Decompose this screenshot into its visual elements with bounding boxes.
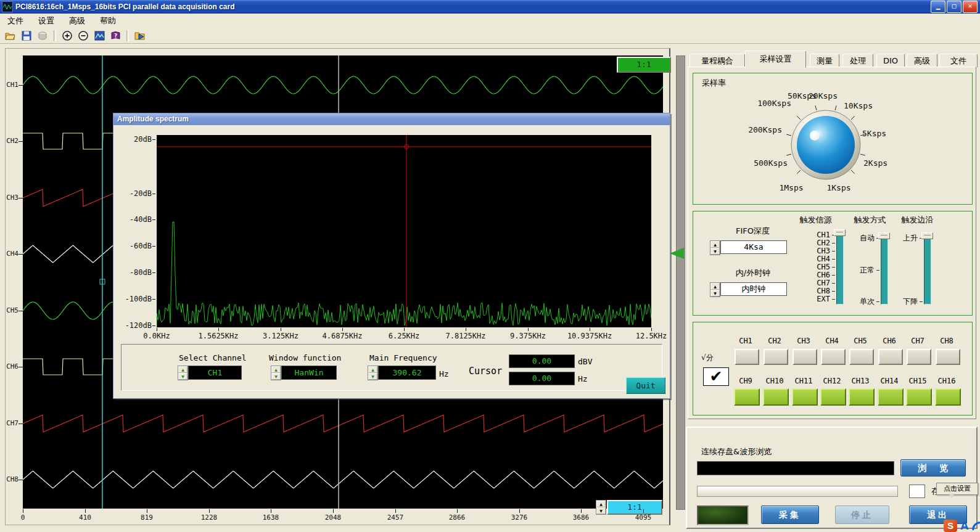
trigger-source-option-8[interactable]: CH8 — [793, 287, 830, 295]
stepper-up-icon[interactable]: ▲ — [710, 241, 720, 248]
minimize-button[interactable]: ▁ — [931, 1, 945, 13]
open-file-icon[interactable] — [3, 29, 18, 43]
clock-source-value[interactable]: 内时钟 — [720, 282, 787, 296]
trigger-mode-option-3[interactable]: 单次 — [838, 298, 875, 305]
channel-key-ch1[interactable] — [735, 349, 759, 365]
trigger-edge-slider-handle[interactable] — [921, 232, 933, 239]
menu-item-3[interactable]: 高级 — [62, 14, 93, 28]
channel-key-ch7[interactable] — [907, 349, 931, 365]
select-channel-stepper[interactable]: ▲ ▼ — [178, 366, 188, 380]
stepper-up-icon[interactable]: ▲ — [178, 366, 187, 373]
trigger-source-option-2[interactable]: CH2 — [793, 239, 830, 247]
save-checkbox[interactable] — [909, 485, 925, 498]
trigger-source-option-4[interactable]: CH4 — [793, 255, 830, 263]
snapshot-icon[interactable] — [35, 29, 50, 43]
stepper-up-icon[interactable]: ▲ — [596, 501, 606, 507]
x-zoom-stepper[interactable]: ▲ ▼ — [596, 500, 606, 515]
channel-key-ch5[interactable] — [849, 349, 874, 365]
stepper-down-icon[interactable]: ▼ — [368, 373, 377, 380]
spectrum-window-titlebar[interactable]: Amplitude spectrum — [113, 113, 670, 125]
trigger-mode-slider[interactable] — [881, 236, 888, 305]
tab-1[interactable]: 量程耦合 — [690, 54, 745, 67]
channel-key-ch11[interactable] — [792, 388, 818, 406]
channel-key-ch4[interactable] — [821, 349, 846, 365]
acquire-button[interactable]: 采集 — [761, 505, 819, 524]
channel-key-ch12[interactable] — [820, 388, 846, 406]
channel-key-ch3[interactable] — [793, 349, 817, 365]
trigger-source-option-6[interactable]: CH6 — [793, 271, 830, 279]
channel-key-ch8[interactable] — [936, 349, 960, 365]
menu-item-2[interactable]: 设置 — [31, 14, 62, 28]
menu-item-1[interactable]: 文件 — [0, 14, 31, 28]
knob-ball[interactable] — [797, 116, 855, 174]
panel-splitter[interactable] — [676, 55, 685, 510]
trigger-edge-option-2[interactable]: 下降 — [881, 298, 918, 305]
stepper-down-icon[interactable]: ▼ — [710, 248, 720, 255]
channel-key-ch2[interactable] — [764, 349, 788, 365]
trigger-source-option-7[interactable]: CH7 — [793, 279, 830, 287]
waveform-display-icon[interactable] — [92, 29, 107, 43]
collapse-arrow-icon[interactable] — [670, 248, 684, 259]
stepper-up-icon[interactable]: ▲ — [271, 366, 281, 373]
tab-4[interactable]: 处理 — [842, 54, 873, 67]
sample-rate-option-100ksps[interactable]: 100Ksps — [757, 99, 791, 108]
amplitude-spectrum-window[interactable]: Amplitude spectrum Select Channel ▲ ▼ CH… — [113, 113, 670, 399]
trigger-source-option-9[interactable]: EXT — [793, 295, 830, 303]
sample-rate-option-5ksps[interactable]: 5Ksps — [862, 129, 886, 138]
trigger-mode-option-1[interactable]: 自动 — [838, 234, 875, 242]
tab-7[interactable]: 文件 — [939, 54, 978, 67]
tab-6[interactable]: 高级 — [907, 54, 937, 67]
zoom-in-icon[interactable] — [60, 29, 75, 43]
stop-button[interactable]: 停止 — [835, 505, 889, 524]
menu-item-4[interactable]: 帮助 — [93, 14, 123, 28]
channel-key-ch9[interactable] — [734, 388, 760, 406]
sample-rate-option-2ksps[interactable]: 2Ksps — [863, 158, 887, 168]
ime-logo-icon[interactable]: S — [944, 520, 957, 532]
ime-mode-icon[interactable]: A — [960, 519, 969, 532]
fifo-depth-value[interactable]: 4Ksa — [720, 240, 787, 254]
sample-rate-option-200ksps[interactable]: 200Ksps — [748, 125, 782, 134]
channel-key-ch16[interactable] — [935, 388, 961, 406]
stepper-up-icon[interactable]: ▲ — [368, 366, 377, 373]
maximize-button[interactable]: □ — [947, 1, 961, 13]
main-frequency-stepper[interactable]: ▲ ▼ — [368, 366, 378, 380]
sample-rate-option-10ksps[interactable]: 10Ksps — [844, 101, 873, 110]
tab-2[interactable]: 采样设置 — [745, 51, 806, 68]
save-file-icon[interactable] — [19, 29, 34, 43]
channel-key-ch15[interactable] — [906, 388, 932, 406]
main-frequency-value[interactable]: 390.62 — [378, 366, 436, 380]
sample-rate-option-1msps[interactable]: 1Msps — [779, 183, 803, 192]
close-button[interactable]: ✕ — [963, 1, 978, 13]
stepper-down-icon[interactable]: ▼ — [271, 373, 281, 380]
trigger-mode-option-2[interactable]: 正常 — [838, 266, 875, 274]
tab-3[interactable]: 测量 — [810, 54, 839, 67]
tab-5[interactable]: DIO — [876, 54, 905, 67]
trigger-source-option-1[interactable]: CH1 — [793, 231, 830, 239]
sample-rate-option-20ksps[interactable]: 20Ksps — [809, 91, 838, 100]
save-path-field[interactable] — [697, 461, 894, 475]
ime-extra-icon[interactable] — [972, 520, 980, 531]
sample-rate-knob[interactable]: 1Msps500Ksps200Ksps100Ksps50Ksps20Ksps10… — [693, 73, 971, 203]
window-function-stepper[interactable]: ▲ ▼ — [271, 366, 281, 380]
trigger-source-option-3[interactable]: CH3 — [793, 247, 830, 255]
select-channel-value[interactable]: CH1 — [188, 366, 242, 380]
sample-rate-option-1ksps[interactable]: 1Ksps — [826, 183, 850, 192]
fifo-depth-stepper[interactable]: ▲ ▼ — [710, 240, 720, 255]
quit-button[interactable]: Quit — [626, 377, 665, 394]
window-function-value[interactable]: HanWin — [281, 366, 337, 380]
browse-button[interactable]: 浏 览 — [900, 459, 966, 477]
help-icon[interactable]: ? — [108, 29, 123, 43]
clock-source-stepper[interactable]: ▲ ▼ — [710, 282, 720, 297]
channel-key-ch14[interactable] — [878, 388, 904, 406]
zoom-out-icon[interactable] — [76, 29, 91, 43]
stepper-down-icon[interactable]: ▼ — [178, 373, 187, 380]
stepper-down-icon[interactable]: ▼ — [710, 290, 720, 297]
split-display-checkbox[interactable]: ✔ — [703, 367, 729, 386]
channel-key-ch6[interactable] — [878, 349, 903, 365]
sample-rate-option-500ksps[interactable]: 500Ksps — [754, 158, 788, 168]
channel-key-ch10[interactable] — [763, 388, 789, 406]
run-icon[interactable] — [133, 29, 147, 43]
trigger-edge-option-1[interactable]: 上升 — [881, 234, 918, 242]
spectrum-plot[interactable] — [157, 135, 651, 327]
trigger-source-option-5[interactable]: CH5 — [793, 263, 830, 271]
